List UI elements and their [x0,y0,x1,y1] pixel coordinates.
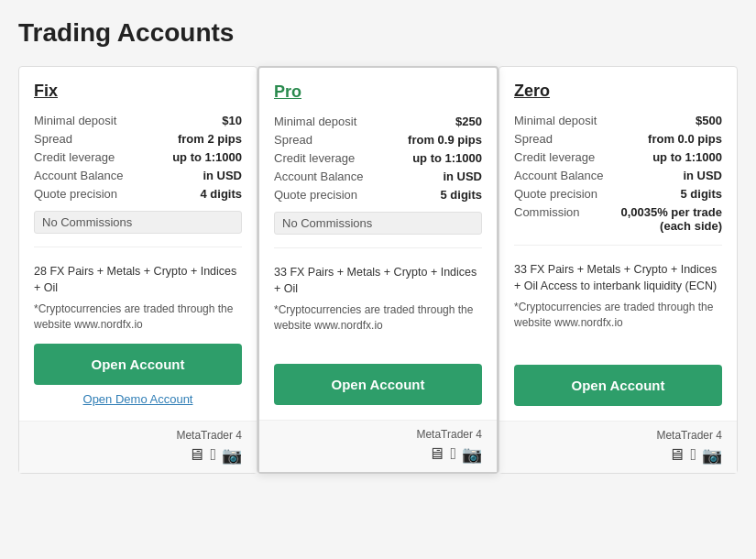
info-row: Minimal deposit$500 [514,114,722,127]
info-row: Minimal deposit$10 [34,114,242,127]
field-value: $250 [455,115,482,128]
metatrader-label: MetaTrader 4 [176,429,242,442]
info-row: Minimal deposit$250 [274,115,482,128]
field-value: from 0.9 pips [408,133,482,147]
field-label: Credit leverage [274,151,355,165]
info-row: Credit leverageup to 1:1000 [514,150,722,164]
card-footer: MetaTrader 4🖥📷 [259,420,497,472]
info-row: Credit leverageup to 1:1000 [34,150,242,164]
metatrader-label: MetaTrader 4 [656,429,722,442]
field-label: Minimal deposit [274,115,356,128]
crypto-note: *Cryptocurrencies are traded through the… [34,301,242,333]
pairs-text: 33 FX Pairs + Metals + Crypto + Indices … [514,262,722,294]
android-icon: 📷 [462,444,482,465]
field-value: $500 [696,114,722,127]
info-row: Account Balancein USD [274,170,482,183]
info-row: Quote precision5 digits [274,188,482,202]
open-account-button-fix[interactable]: Open Account [34,344,242,385]
desktop-icon: 🖥 [428,444,444,465]
field-value: $10 [222,114,242,127]
field-label: Credit leverage [514,150,595,164]
field-label: Spread [514,132,553,146]
pairs-text: 33 FX Pairs + Metals + Crypto + Indices … [274,265,482,297]
field-label: Minimal deposit [514,114,597,127]
info-row: Account Balancein USD [514,169,722,182]
android-icon: 📷 [702,445,722,466]
apple-icon:  [690,445,696,466]
field-value: from 2 pips [178,132,242,146]
card-title-fix: Fix [34,82,242,101]
info-row: Spreadfrom 2 pips [34,132,242,146]
field-label: Account Balance [274,170,364,183]
field-value: from 0.0 pips [648,132,722,146]
open-account-button-zero[interactable]: Open Account [514,365,722,406]
field-value: in USD [203,169,242,182]
no-commission-badge: No Commissions [34,211,242,234]
field-label: Commission [514,205,580,219]
card-title-pro: Pro [274,82,482,102]
field-label: Quote precision [514,187,597,201]
no-commission-badge: No Commissions [274,212,482,235]
field-label: Minimal deposit [34,114,116,127]
field-label: Quote precision [34,187,117,201]
field-label: Account Balance [514,169,604,182]
crypto-note: *Cryptocurrencies are traded through the… [274,302,482,353]
card-pro: ProMinimal deposit$250Spreadfrom 0.9 pip… [257,66,499,474]
platform-icons: 🖥📷 [428,444,482,465]
page-title: Trading Accounts [18,18,738,48]
android-icon: 📷 [222,445,242,466]
info-row: Quote precision4 digits [34,187,242,201]
open-account-button-pro[interactable]: Open Account [274,364,482,405]
info-row: Spreadfrom 0.9 pips [274,133,482,147]
desktop-icon: 🖥 [188,445,204,466]
card-title-zero: Zero [514,82,722,101]
card-fix: FixMinimal deposit$10Spreadfrom 2 pipsCr… [18,66,257,474]
field-value: 5 digits [440,188,482,202]
field-value: in USD [443,170,482,183]
desktop-icon: 🖥 [668,445,685,466]
platform-icons: 🖥📷 [188,445,242,466]
field-value: 5 digits [680,187,722,201]
info-row: Credit leverageup to 1:1000 [274,151,482,165]
card-footer: MetaTrader 4🖥📷 [499,421,737,473]
field-value: up to 1:1000 [172,150,242,164]
field-value: 0,0035% per trade (each side) [587,205,722,233]
field-label: Spread [274,133,312,147]
field-value: up to 1:1000 [412,151,482,165]
field-value: up to 1:1000 [652,150,722,164]
info-row: Spreadfrom 0.0 pips [514,132,722,146]
field-label: Quote precision [274,188,357,202]
card-footer: MetaTrader 4🖥📷 [19,421,257,473]
open-demo-account-link[interactable]: Open Demo Account [34,392,242,406]
field-label: Credit leverage [34,150,115,164]
card-zero: ZeroMinimal deposit$500Spreadfrom 0.0 pi… [499,66,738,474]
info-row: Quote precision5 digits [514,187,722,201]
metatrader-label: MetaTrader 4 [416,428,482,441]
field-value: in USD [683,169,722,182]
pairs-text: 28 FX Pairs + Metals + Crypto + Indices … [34,264,242,296]
field-value: 4 digits [200,187,242,201]
apple-icon:  [450,444,456,465]
field-label: Spread [34,132,72,146]
field-label: Account Balance [34,169,124,182]
info-row: Commission0,0035% per trade (each side) [514,205,722,233]
cards-container: FixMinimal deposit$10Spreadfrom 2 pipsCr… [18,66,738,474]
crypto-note: *Cryptocurrencies are traded through the… [514,300,722,354]
platform-icons: 🖥📷 [668,445,722,466]
apple-icon:  [210,445,216,466]
info-row: Account Balancein USD [34,169,242,182]
